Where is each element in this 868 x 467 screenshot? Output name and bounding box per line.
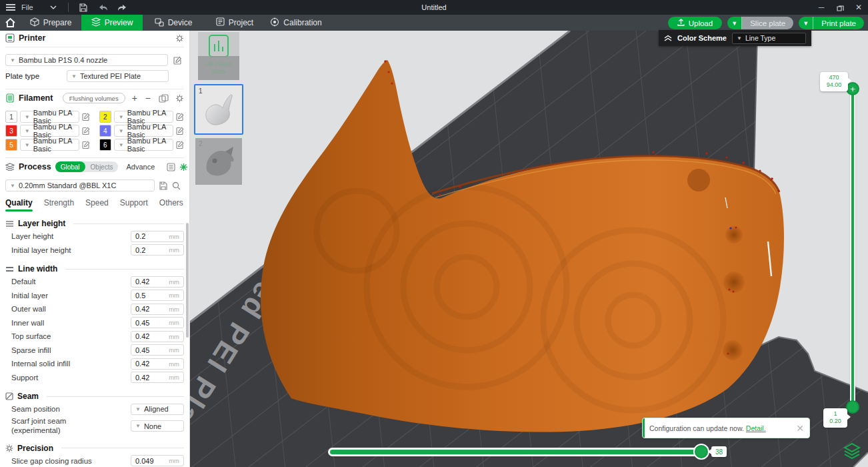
- close-button[interactable]: ✕: [849, 0, 868, 15]
- edit-filament-4-icon[interactable]: [176, 127, 184, 135]
- print-plate-button[interactable]: Print plate: [813, 17, 864, 29]
- inner-wall-line-width-input[interactable]: 0.45mm: [131, 317, 184, 328]
- toast-close-icon[interactable]: ✕: [796, 423, 804, 434]
- scope-global[interactable]: Global: [55, 161, 85, 172]
- plate-1-model-preview: [199, 91, 239, 131]
- upload-button[interactable]: Upload: [668, 17, 722, 29]
- filament-6-swatch[interactable]: 6: [99, 139, 111, 151]
- process-preset-select[interactable]: ▼ 0.20mm Standard @BBL X1C: [5, 179, 155, 191]
- plate-type-label: Plate type: [5, 72, 67, 80]
- section-layer-height: Layer height: [5, 217, 184, 229]
- tab-support[interactable]: Support: [120, 198, 148, 211]
- printer-settings-gear-icon[interactable]: [175, 34, 184, 43]
- initial-layer-line-width-input[interactable]: 0.5mm: [131, 290, 184, 301]
- filament-5-swatch[interactable]: 5: [5, 139, 17, 151]
- home-icon[interactable]: [0, 15, 20, 31]
- scarf-joint-seam-select[interactable]: ▼None: [131, 420, 184, 432]
- top-surface-line-width-input[interactable]: 0.42mm: [131, 331, 184, 342]
- internal-solid-infill-line-width-input[interactable]: 0.42mm: [131, 358, 184, 370]
- layer-height-icon: [5, 220, 14, 227]
- slice-gap-closing-radius-input[interactable]: 0.049mm: [131, 455, 184, 466]
- slice-dropdown-chevron[interactable]: ▼: [727, 17, 742, 29]
- 3d-viewport[interactable]: Textured PEI Plate: [190, 31, 868, 467]
- tab-speed[interactable]: Speed: [85, 198, 109, 211]
- collapse-chevrons-icon[interactable]: [664, 32, 672, 44]
- file-menu-chevron-icon[interactable]: [48, 2, 59, 13]
- edit-filament-5-icon[interactable]: [82, 141, 90, 149]
- ams-sync-icon[interactable]: [159, 94, 169, 103]
- tab-prepare[interactable]: Prepare: [20, 15, 81, 31]
- filament-2-swatch[interactable]: 2: [99, 111, 111, 123]
- panel-scrollbar[interactable]: [186, 223, 189, 338]
- filament-1-select[interactable]: ▼Bambu PLA Basic: [20, 111, 79, 123]
- plate-1-thumbnail[interactable]: 1: [194, 84, 243, 135]
- layer-slider-bottom-handle[interactable]: [846, 400, 859, 414]
- filament-2-select[interactable]: ▼Bambu PLA Basic: [114, 111, 173, 123]
- layer-slider-track[interactable]: [850, 87, 855, 408]
- default-line-width-input[interactable]: 0.42mm: [131, 276, 184, 288]
- tab-calibration[interactable]: Calibration: [265, 15, 327, 31]
- tab-project[interactable]: Project: [204, 15, 265, 31]
- filament-3-swatch[interactable]: 3: [5, 125, 17, 137]
- file-menu[interactable]: File: [21, 3, 33, 11]
- save-project-icon[interactable]: [78, 2, 89, 13]
- search-preset-icon[interactable]: [172, 181, 181, 190]
- printer-header: Printer: [5, 31, 184, 45]
- toast-detail-link[interactable]: Detail.: [746, 424, 766, 432]
- move-slider-track[interactable]: [328, 448, 708, 456]
- compare-presets-icon[interactable]: [179, 163, 188, 171]
- filament-1-swatch[interactable]: 1: [5, 111, 17, 123]
- add-filament-button[interactable]: +: [132, 93, 137, 103]
- minimize-button[interactable]: ─: [812, 0, 831, 15]
- redo-icon[interactable]: [117, 2, 127, 13]
- layers-view-icon[interactable]: [843, 442, 861, 463]
- save-preset-icon[interactable]: [159, 181, 167, 190]
- filament-4-select[interactable]: ▼Bambu PLA Basic: [114, 125, 173, 137]
- scope-objects[interactable]: Objects: [85, 161, 119, 172]
- undo-icon[interactable]: [98, 2, 109, 13]
- layer-slider-top-badge: 470 94.00: [820, 72, 848, 91]
- param-table-icon[interactable]: [167, 163, 175, 171]
- seam-position-select[interactable]: ▼Aligned: [131, 404, 184, 415]
- restore-button[interactable]: [831, 0, 849, 15]
- edit-printer-icon[interactable]: [173, 56, 182, 65]
- move-slider-handle[interactable]: [695, 445, 708, 458]
- printer-preset-select[interactable]: ▼ Bambu Lab P1S 0.4 nozzle: [5, 54, 168, 66]
- sparse-infill-line-width-input[interactable]: 0.45mm: [131, 344, 184, 356]
- plate-2-thumbnail[interactable]: 2: [195, 138, 242, 185]
- edit-filament-3-icon[interactable]: [82, 127, 90, 135]
- flushing-volumes-button[interactable]: Flushing volumes: [63, 93, 125, 103]
- param-row: Sparse infill0.45mm: [5, 344, 184, 358]
- filament-settings-gear-icon[interactable]: [175, 94, 184, 103]
- print-dropdown-chevron[interactable]: ▼: [799, 17, 813, 29]
- upload-icon: [677, 19, 685, 27]
- slice-plate-button[interactable]: Slice plate: [742, 17, 793, 29]
- param-row: Top surface0.42mm: [5, 330, 184, 344]
- filament-6-select[interactable]: ▼Bambu PLA Basic: [114, 139, 173, 151]
- initial-layer-height-input[interactable]: 0.2mm: [131, 244, 184, 256]
- all-plates-stats-thumbnail[interactable]: All Plates Stats: [198, 32, 239, 80]
- edit-filament-6-icon[interactable]: [176, 141, 184, 149]
- filament-4-swatch[interactable]: 4: [99, 125, 111, 137]
- layer-slider-top-handle[interactable]: +: [846, 82, 859, 95]
- plate-type-select[interactable]: ▼ Textured PEI Plate: [67, 70, 169, 82]
- edit-filament-2-icon[interactable]: [176, 113, 184, 121]
- color-scheme-select[interactable]: ▼ Line Type: [732, 33, 806, 44]
- support-line-width-input[interactable]: 0.42mm: [131, 372, 184, 383]
- layer-slider-bottom-badge: 1 0.20: [823, 408, 847, 428]
- tab-others[interactable]: Others: [159, 198, 183, 211]
- preview-icon: [91, 17, 101, 29]
- filament-5-select[interactable]: ▼Bambu PLA Basic: [20, 139, 79, 151]
- process-icon: [5, 163, 15, 171]
- filament-list: 1 ▼Bambu PLA Basic 2 ▼Bambu PLA Basic 3 …: [5, 111, 184, 151]
- edit-filament-1-icon[interactable]: [82, 113, 90, 121]
- hamburger-menu-icon[interactable]: [5, 2, 16, 13]
- layer-height-input[interactable]: 0.2mm: [131, 231, 184, 242]
- tab-device[interactable]: Device: [143, 15, 204, 31]
- filament-3-select[interactable]: ▼Bambu PLA Basic: [20, 125, 79, 137]
- remove-filament-button[interactable]: −: [145, 93, 151, 103]
- outer-wall-line-width-input[interactable]: 0.42mm: [131, 304, 184, 315]
- tab-preview[interactable]: Preview: [81, 15, 143, 31]
- tab-quality[interactable]: Quality: [5, 198, 33, 211]
- tab-strength[interactable]: Strength: [44, 198, 74, 211]
